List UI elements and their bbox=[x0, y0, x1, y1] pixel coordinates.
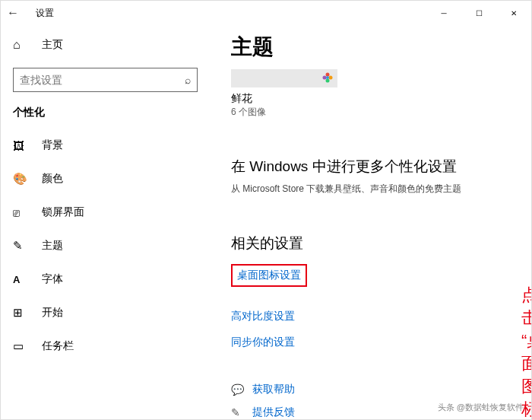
maximize-button[interactable]: ☐ bbox=[461, 1, 496, 25]
related-settings-title: 相关的设置 bbox=[231, 234, 531, 253]
link-desktop-icon-settings[interactable]: 桌面图标设置 bbox=[231, 264, 307, 287]
store-section-desc: 从 Microsoft Store 下载兼具壁纸、声音和颜色的免费主题 bbox=[231, 183, 531, 196]
search-input[interactable] bbox=[20, 74, 185, 86]
sidebar-item-colors[interactable]: 🎨 颜色 bbox=[13, 164, 198, 194]
theme-name: 鲜花 bbox=[231, 92, 531, 106]
sidebar-item-label: 锁屏界面 bbox=[42, 205, 84, 219]
font-icon: A bbox=[13, 274, 28, 285]
store-section-title: 在 Windows 中进行更多个性化设置 bbox=[231, 157, 531, 177]
image-icon: 🖼 bbox=[13, 139, 28, 152]
help-row[interactable]: 💬 获取帮助 bbox=[231, 383, 531, 396]
sidebar-item-fonts[interactable]: A 字体 bbox=[13, 264, 198, 294]
help-icon: 💬 bbox=[231, 383, 245, 396]
svg-point-1 bbox=[329, 76, 333, 80]
theme-icon: ✎ bbox=[13, 239, 28, 253]
lockscreen-icon: ⎚ bbox=[13, 206, 28, 219]
sidebar-item-label: 颜色 bbox=[42, 172, 63, 186]
home-label: 主页 bbox=[42, 38, 63, 52]
sidebar-item-label: 主题 bbox=[42, 239, 63, 253]
theme-thumbnail[interactable] bbox=[231, 69, 337, 88]
link-sync-settings[interactable]: 同步你的设置 bbox=[231, 336, 531, 349]
sidebar-item-themes[interactable]: ✎ 主题 bbox=[13, 231, 198, 261]
sidebar-item-label: 任务栏 bbox=[42, 339, 74, 353]
window-controls: ─ ☐ ✕ bbox=[426, 1, 531, 25]
sidebar-section-title: 个性化 bbox=[13, 106, 198, 119]
search-input-container[interactable]: ⌕ bbox=[13, 68, 198, 92]
svg-point-3 bbox=[323, 76, 327, 80]
sidebar-item-lockscreen[interactable]: ⎚ 锁屏界面 bbox=[13, 197, 198, 228]
sidebar-item-label: 背景 bbox=[42, 138, 63, 152]
theme-image-count: 6 个图像 bbox=[231, 106, 531, 119]
sidebar-item-home[interactable]: ⌂ 主页 bbox=[13, 31, 198, 59]
home-icon: ⌂ bbox=[13, 38, 28, 52]
flower-icon bbox=[322, 72, 333, 83]
back-icon[interactable]: ← bbox=[7, 6, 22, 20]
minimize-button[interactable]: ─ bbox=[426, 1, 461, 25]
sidebar-item-taskbar[interactable]: ▭ 任务栏 bbox=[13, 331, 198, 361]
svg-point-2 bbox=[326, 79, 330, 83]
main-content: 主题 鲜花 6 个图像 在 Windows 中进行更多个性化设置 从 Micro… bbox=[210, 25, 531, 419]
annotation-text: 点击“桌面图标设置” bbox=[521, 284, 531, 419]
taskbar-icon: ▭ bbox=[13, 339, 28, 353]
close-button[interactable]: ✕ bbox=[496, 1, 531, 25]
link-high-contrast-settings[interactable]: 高对比度设置 bbox=[231, 310, 531, 323]
titlebar: ← 设置 ─ ☐ ✕ bbox=[1, 1, 531, 25]
svg-point-4 bbox=[326, 76, 329, 79]
feedback-label: 提供反馈 bbox=[252, 406, 295, 419]
search-icon: ⌕ bbox=[185, 74, 191, 86]
sidebar-item-label: 开始 bbox=[42, 306, 63, 320]
help-label: 获取帮助 bbox=[252, 383, 295, 396]
palette-icon: 🎨 bbox=[13, 172, 28, 186]
sidebar-item-background[interactable]: 🖼 背景 bbox=[13, 130, 198, 161]
sidebar: ⌂ 主页 ⌕ 个性化 🖼 背景 🎨 颜色 ⎚ 锁屏界面 ✎ 主题 A 字体 bbox=[1, 25, 210, 419]
page-title: 主题 bbox=[231, 33, 531, 62]
sidebar-item-start[interactable]: ⊞ 开始 bbox=[13, 298, 198, 328]
start-icon: ⊞ bbox=[13, 306, 28, 320]
feedback-icon: ✎ bbox=[231, 406, 245, 418]
window-title: 设置 bbox=[36, 7, 54, 20]
watermark: 头条 @数据蛙恢复软件 bbox=[438, 402, 524, 413]
sidebar-item-label: 字体 bbox=[42, 272, 63, 286]
svg-point-0 bbox=[326, 73, 330, 77]
